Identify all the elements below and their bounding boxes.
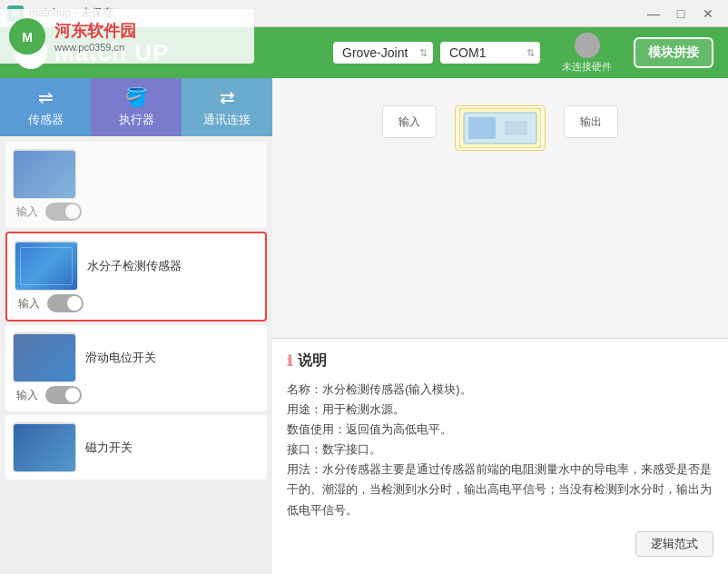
desc-line-1: 名称：水分检测传感器(输入模块)。 (287, 380, 713, 400)
sensor-name: 滑动电位开关 (85, 351, 156, 364)
watermark-logo-icon: M (7, 16, 47, 56)
canvas-output-block: 输出 (564, 105, 618, 138)
tab-comm[interactable]: ⇄ 通讯连接 (182, 78, 272, 136)
sensor-thumbnail (13, 422, 76, 472)
description-body: 名称：水分检测传感器(输入模块)。 用途：用于检测水源。 数值使用：返回值为高低… (287, 380, 713, 520)
right-panel: 输入 输出 ℹ 说明 名称：水分检测传感器(输入模 (272, 78, 728, 574)
sensor-thumbnail (15, 241, 78, 291)
actuator-tab-icon: 🪣 (125, 86, 148, 108)
sensor-toggle[interactable] (45, 203, 82, 221)
titlebar-controls: — □ ✕ (641, 5, 721, 23)
close-button[interactable]: ✕ (695, 5, 721, 23)
sensor-bottom: 输入 (13, 386, 260, 404)
minimize-button[interactable]: — (641, 5, 666, 23)
info-icon: ℹ (287, 352, 292, 370)
sensor-type-label: 输入 (18, 296, 40, 312)
comm-tab-label: 通讯连接 (203, 112, 251, 128)
comm-tab-icon: ⇄ (220, 86, 235, 108)
list-item[interactable]: 磁力开关 (5, 415, 267, 480)
sensor-thumbnail (13, 149, 76, 199)
sensor-item-top: 磁力开关 (13, 422, 260, 472)
port-select-wrapper[interactable]: COM1 (440, 42, 540, 64)
sensor-toggle[interactable] (47, 294, 84, 312)
list-item[interactable]: 输入 (5, 142, 267, 228)
connection-status: 未连接硬件 (562, 33, 612, 74)
list-item[interactable]: 水分子检测传感器 输入 (5, 232, 267, 322)
list-item[interactable]: 滑动电位开关 输入 (5, 325, 267, 411)
sensor-item-top: 滑动电位开关 (13, 332, 260, 382)
left-panel: ⇌ 传感器 🪣 执行器 ⇄ 通讯连接 输入 (0, 78, 272, 574)
moisture-sensor-icon (15, 242, 77, 290)
watermark-overlay: M 河东软件园 www.pc0359.cn (0, 9, 254, 64)
description-title: ℹ 说明 (287, 351, 713, 371)
description-footer: 逻辑范式 (287, 531, 713, 557)
status-indicator-icon (575, 33, 600, 58)
svg-rect-4 (468, 117, 496, 139)
canvas-area: 输入 输出 (272, 78, 728, 338)
category-tabs: ⇌ 传感器 🪣 执行器 ⇄ 通讯连接 (0, 78, 272, 136)
magnetic-sensor-icon (14, 424, 75, 471)
canvas-input-label: 输入 (398, 114, 420, 130)
watermark-text-area: 河东软件园 www.pc0359.cn (54, 20, 136, 53)
desc-line-5: 用法：水分传感器主要是通过传感器前端的电阻测量水中的导电率，来感受是否是干的、潮… (287, 460, 713, 520)
sensor-thumbnail (13, 332, 76, 382)
sensor-list: 输入 水分子检测传感器 输入 (0, 136, 272, 574)
header-select-group: Grove-Joint COM1 (333, 42, 540, 64)
logic-mode-button[interactable]: 逻辑范式 (635, 531, 713, 557)
sensor-info: 磁力开关 (85, 439, 260, 456)
status-text: 未连接硬件 (562, 60, 612, 74)
watermark-site-name: 河东软件园 (54, 20, 136, 42)
sensor-bottom: 输入 (13, 203, 260, 221)
sensor-name: 磁力开关 (85, 440, 133, 454)
tab-sensor[interactable]: ⇌ 传感器 (0, 78, 91, 136)
watermark-url: www.pc0359.cn (54, 42, 136, 53)
svg-rect-5 (505, 121, 527, 135)
module-pcb-icon (459, 108, 541, 148)
sensor-tab-label: 传感器 (28, 112, 64, 128)
tab-actuator[interactable]: 🪣 执行器 (91, 78, 182, 136)
desc-line-4: 接口：数字接口。 (287, 440, 713, 460)
sensor-bottom: 输入 (15, 294, 258, 312)
sensor-tab-icon: ⇌ (38, 86, 54, 108)
sensor-item-top: 水分子检测传感器 (15, 241, 258, 291)
sensor-toggle[interactable] (45, 386, 82, 404)
port-select[interactable]: COM1 (440, 42, 540, 64)
slider-sensor-icon (14, 334, 75, 381)
canvas-input-block: 输入 (382, 105, 437, 138)
sensor-type-label: 输入 (16, 204, 38, 220)
module-connect-button[interactable]: 模块拼接 (634, 37, 713, 68)
sensor-name: 水分子检测传感器 (87, 259, 182, 272)
sensor-item-top (13, 149, 260, 199)
svg-text:M: M (22, 30, 33, 45)
device-select[interactable]: Grove-Joint (333, 42, 433, 64)
description-panel: ℹ 说明 名称：水分检测传感器(输入模块)。 用途：用于检测水源。 数值使用：返… (272, 338, 728, 574)
main-content: ⇌ 传感器 🪣 执行器 ⇄ 通讯连接 输入 (0, 78, 728, 574)
sensor-pcb-icon (14, 151, 75, 198)
sensor-type-label: 输入 (16, 388, 38, 403)
canvas-output-label: 输出 (580, 114, 602, 130)
desc-line-2: 用途：用于检测水源。 (287, 400, 713, 420)
sensor-info: 水分子检测传感器 (87, 257, 258, 274)
canvas-module-block[interactable] (455, 105, 546, 151)
maximize-button[interactable]: □ (668, 5, 694, 23)
actuator-tab-label: 执行器 (119, 112, 154, 128)
desc-line-3: 数值使用：返回值为高低电平。 (287, 420, 713, 440)
sensor-info: 滑动电位开关 (85, 349, 260, 366)
device-select-wrapper[interactable]: Grove-Joint (333, 42, 433, 64)
